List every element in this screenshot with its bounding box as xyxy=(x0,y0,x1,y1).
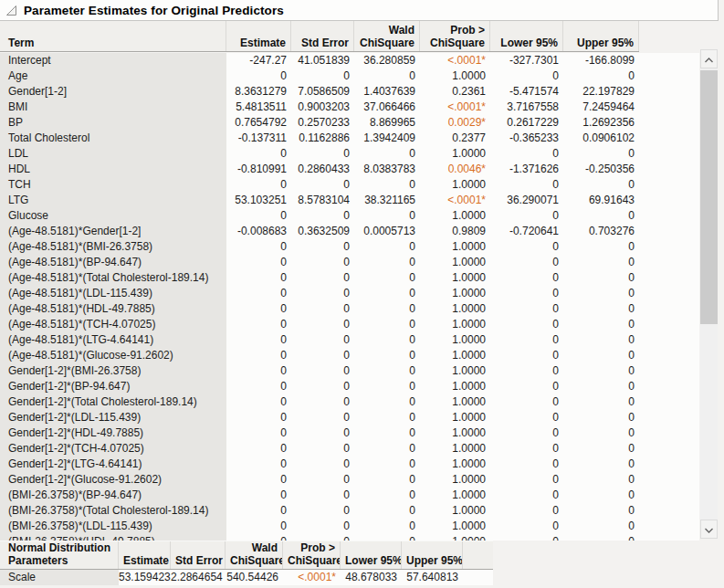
table-row[interactable]: Gender[1-2]*(TCH-4.07025)0001.000000 xyxy=(0,441,699,457)
table-row[interactable]: (Age-48.5181)*(Total Cholesterol-189.14)… xyxy=(0,270,699,286)
table-row[interactable]: Intercept-247.2741.05183936.280859<.0001… xyxy=(0,53,699,68)
term-cell: (BMI-26.3758)*(BP-94.647) xyxy=(0,488,226,503)
row-filler xyxy=(639,534,699,541)
table-row[interactable]: Gender[1-2]*(LTG-4.64141)0001.000000 xyxy=(0,457,699,472)
table-row[interactable]: Total Cholesterol-0.1373110.11628861.394… xyxy=(0,131,699,146)
row-filler xyxy=(639,208,699,224)
wald-chisquare-cell: 0 xyxy=(354,68,420,84)
table-row[interactable]: TCH0001.000000 xyxy=(0,177,699,193)
estimate-cell: 0 xyxy=(226,472,291,488)
upper-95-cell: 0 xyxy=(563,208,639,224)
upper-95-cell: 57.640813 xyxy=(402,570,463,585)
column-header-estimate: Estimate xyxy=(226,21,291,51)
row-filler xyxy=(639,84,699,100)
table-row[interactable]: (Age-48.5181)*(LTG-4.64141)0001.000000 xyxy=(0,332,699,348)
table-row[interactable]: (Age-48.5181)*(TCH-4.07025)0001.000000 xyxy=(0,317,699,332)
table-row[interactable]: LTG53.1032518.578310438.321165<.0001*36.… xyxy=(0,193,699,208)
estimate-cell: 0 xyxy=(226,488,291,503)
row-filler xyxy=(639,348,699,363)
normal-distribution-table: Normal Distribution Parameters Estimate … xyxy=(0,541,493,585)
term-cell: Intercept xyxy=(0,53,226,68)
table-row[interactable]: (BMI-26.3758)*(HDL-49.7885)0001.000000 xyxy=(0,534,699,541)
table-row[interactable]: (BMI-26.3758)*(LDL-115.439)0001.000000 xyxy=(0,519,699,534)
page-title: Parameter Estimates for Original Predict… xyxy=(24,4,284,17)
prob-chisquare-cell: 1.0000 xyxy=(420,363,490,379)
lower-95-cell: 0 xyxy=(490,488,563,503)
lower-95-cell: 0 xyxy=(490,519,563,534)
estimate-cell: -0.810991 xyxy=(226,162,291,177)
table-row[interactable]: Gender[1-2]*(BMI-26.3758)0001.000000 xyxy=(0,363,699,379)
table-row[interactable]: HDL-0.8109910.28604338.03837830.0046*-1.… xyxy=(0,162,699,177)
table-row[interactable]: BMI5.48135110.900320337.066466<.0001*3.7… xyxy=(0,100,699,115)
bottom-table-rows: Scale53.1594232.2864654540.54426<.0001*4… xyxy=(0,570,493,585)
table-row[interactable]: (Age-48.5181)*(BMI-26.3758)0001.000000 xyxy=(0,239,699,255)
upper-95-cell: 0 xyxy=(563,332,639,348)
table-row[interactable]: Age0001.000000 xyxy=(0,68,699,84)
term-cell: Total Cholesterol xyxy=(0,131,226,146)
term-cell: Scale xyxy=(0,570,119,585)
estimate-cell: 0 xyxy=(226,208,291,224)
report-section-header[interactable]: Parameter Estimates for Original Predict… xyxy=(0,0,719,21)
estimate-cell: 53.159423 xyxy=(119,570,171,585)
estimate-cell: 0 xyxy=(226,394,291,410)
disclosure-triangle-icon[interactable] xyxy=(5,5,17,16)
term-cell: LDL xyxy=(0,146,226,162)
estimate-cell: 0 xyxy=(226,425,291,441)
table-row[interactable]: Gender[1-2]*(Glucose-91.2602)0001.000000 xyxy=(0,472,699,488)
table-row[interactable]: (BMI-26.3758)*(Total Cholesterol-189.14)… xyxy=(0,503,699,519)
std-error-cell: 0.9003203 xyxy=(291,100,354,115)
term-cell: (Age-48.5181)*(TCH-4.07025) xyxy=(0,317,226,332)
row-filler xyxy=(639,363,699,379)
column-header-std-error: Std Error xyxy=(171,541,226,569)
term-cell: Age xyxy=(0,68,226,84)
upper-95-cell: 0 xyxy=(563,379,639,394)
prob-chisquare-cell: 1.0000 xyxy=(420,270,490,286)
table-row[interactable]: BP0.76547920.25702338.8699650.0029*0.261… xyxy=(0,115,699,131)
prob-chisquare-cell: 0.2361 xyxy=(420,84,490,100)
table-row[interactable]: Glucose0001.000000 xyxy=(0,208,699,224)
wald-chisquare-cell: 37.066466 xyxy=(354,100,420,115)
prob-chisquare-cell: 0.0046* xyxy=(420,162,490,177)
term-cell: (Age-48.5181)*Gender[1-2] xyxy=(0,224,226,239)
table-row[interactable]: Gender[1-2]*(Total Cholesterol-189.14)00… xyxy=(0,394,699,410)
prob-chisquare-cell: 1.0000 xyxy=(420,332,490,348)
upper-95-cell: 0 xyxy=(563,146,639,162)
estimate-cell: 0 xyxy=(226,363,291,379)
std-error-cell: 0 xyxy=(291,379,354,394)
wald-chisquare-cell: 0.0005713 xyxy=(354,224,420,239)
row-filler xyxy=(639,53,699,68)
table-row[interactable]: (Age-48.5181)*(HDL-49.7885)0001.000000 xyxy=(0,301,699,317)
table-row[interactable]: LDL0001.000000 xyxy=(0,146,699,162)
lower-95-cell: -1.371626 xyxy=(490,162,563,177)
scroll-up-button[interactable] xyxy=(700,49,718,68)
table-row[interactable]: Gender[1-2]*(LDL-115.439)0001.000000 xyxy=(0,410,699,425)
std-error-cell: 0 xyxy=(291,270,354,286)
column-header-prob-chisquare: Prob > ChiSquare xyxy=(283,541,341,569)
upper-95-cell: 0 xyxy=(563,472,639,488)
term-cell: LTG xyxy=(0,193,226,208)
upper-95-cell: 0 xyxy=(563,68,639,84)
estimate-cell: 0 xyxy=(226,410,291,425)
table-row[interactable]: (BMI-26.3758)*(BP-94.647)0001.000000 xyxy=(0,488,699,503)
std-error-cell: 0 xyxy=(291,394,354,410)
table-row[interactable]: (Age-48.5181)*(LDL-115.439)0001.000000 xyxy=(0,286,699,301)
table-row[interactable]: Gender[1-2]*(BP-94.647)0001.000000 xyxy=(0,379,699,394)
column-header-parameters: Normal Distribution Parameters xyxy=(0,541,119,569)
estimate-cell: 0 xyxy=(226,332,291,348)
std-error-cell: 0 xyxy=(291,146,354,162)
table-row[interactable]: Gender[1-2]8.36312797.05865091.40376390.… xyxy=(0,84,699,100)
lower-95-cell: 0 xyxy=(490,425,563,441)
prob-chisquare-cell: 1.0000 xyxy=(420,208,490,224)
vertical-scrollbar[interactable] xyxy=(700,49,718,539)
term-cell: Gender[1-2]*(TCH-4.07025) xyxy=(0,441,226,457)
table-row[interactable]: (Age-48.5181)*Gender[1-2]-0.0086830.3632… xyxy=(0,224,699,239)
scrollbar-thumb[interactable] xyxy=(700,70,718,324)
table-row[interactable]: (Age-48.5181)*(Glucose-91.2602)0001.0000… xyxy=(0,348,699,363)
table-row[interactable]: (Age-48.5181)*(BP-94.647)0001.000000 xyxy=(0,255,699,270)
scroll-down-button[interactable] xyxy=(700,520,718,539)
row-filler xyxy=(639,286,699,301)
term-cell: Gender[1-2]*(Total Cholesterol-189.14) xyxy=(0,394,226,410)
table-row[interactable]: Scale53.1594232.2864654540.54426<.0001*4… xyxy=(0,570,493,585)
table-row[interactable]: Gender[1-2]*(HDL-49.7885)0001.000000 xyxy=(0,425,699,441)
wald-chisquare-cell: 0 xyxy=(354,534,420,541)
